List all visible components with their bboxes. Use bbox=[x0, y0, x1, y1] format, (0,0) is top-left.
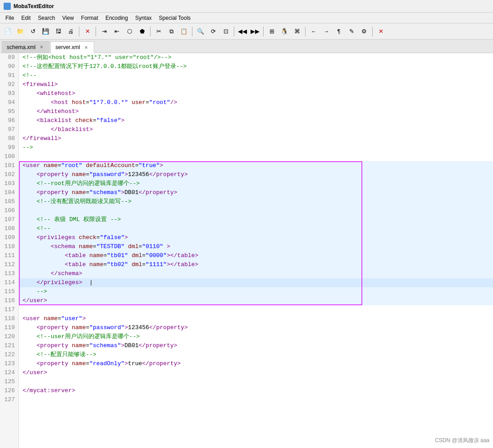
code-line[interactable]: <property name="schemas">DB01</property> bbox=[19, 188, 493, 197]
tab-schema-xml[interactable]: schema.xml✕ bbox=[2, 41, 50, 53]
code-line[interactable]: <!--例如<host host="1*7.*" user="root"/>--… bbox=[19, 53, 493, 62]
code-line[interactable]: <privileges check="false"> bbox=[19, 233, 493, 242]
nav-left-btn[interactable]: ◀◀ bbox=[237, 26, 248, 37]
menu-item-encoding[interactable]: Encoding bbox=[102, 14, 132, 22]
code-line[interactable] bbox=[19, 395, 493, 404]
code-line[interactable]: <!-- bbox=[19, 71, 493, 80]
code-line[interactable]: <user name="root" defaultAccount="true"> bbox=[19, 161, 493, 170]
toolbar-separator bbox=[79, 27, 79, 36]
code-line[interactable]: <host host="1*7.0.0.*" user="root"/> bbox=[19, 98, 493, 107]
cut-btn[interactable]: ✂ bbox=[153, 26, 164, 37]
save-btn[interactable]: 💾 bbox=[40, 26, 51, 37]
tab-label: schema.xml bbox=[7, 44, 36, 50]
line-number: 119 bbox=[0, 323, 18, 332]
close-file-btn[interactable]: ✕ bbox=[82, 26, 93, 37]
line-number: 89 bbox=[0, 53, 18, 62]
code-line[interactable]: <table name="tb01" dml="0000"></table> bbox=[19, 251, 493, 260]
code-line[interactable]: </blacklist> bbox=[19, 125, 493, 134]
line-number: 116 bbox=[0, 296, 18, 305]
copy-btn[interactable]: ⧉ bbox=[165, 26, 177, 37]
line-number: 94 bbox=[0, 98, 18, 107]
menu-item-file[interactable]: File bbox=[2, 14, 18, 22]
code-line[interactable]: --> bbox=[19, 287, 493, 296]
find-all-btn[interactable]: ⊡ bbox=[220, 26, 232, 37]
save-all-btn[interactable]: 🖫 bbox=[52, 26, 64, 37]
highlight-btn[interactable]: ✎ bbox=[346, 26, 357, 37]
code-line[interactable]: <!--user用户访问的逻辑库是哪个--> bbox=[19, 332, 493, 341]
settings-btn[interactable]: ⚙ bbox=[358, 26, 370, 37]
code-line[interactable]: <property name="password">123456</proper… bbox=[19, 170, 493, 179]
line-number: 123 bbox=[0, 359, 18, 368]
new-file-btn[interactable]: 📄 bbox=[2, 26, 14, 37]
line-number: 127 bbox=[0, 395, 18, 404]
code-line[interactable]: </user> bbox=[19, 296, 493, 305]
code-line[interactable]: <property name="password">123456</proper… bbox=[19, 323, 493, 332]
toolbar: 📄📁↺💾🖫🖨✕⇥⇤⬡⬟✂⧉📋🔍⟳⊡◀◀▶▶⊞🐧⌘←→¶✎⚙✕ bbox=[0, 23, 493, 40]
code-line[interactable]: <!--这些配置情况下对于127.0.0.1都能以root账户登录--> bbox=[19, 62, 493, 71]
tab-server-xml[interactable]: server.xml✕ bbox=[50, 41, 94, 53]
code-line[interactable]: <!--root用户访问的逻辑库是哪个--> bbox=[19, 179, 493, 188]
code-line[interactable]: --> bbox=[19, 143, 493, 152]
line-number: 104 bbox=[0, 188, 18, 197]
toolbar-separator bbox=[150, 27, 151, 36]
forward-btn[interactable]: → bbox=[320, 26, 332, 37]
menu-item-search[interactable]: Search bbox=[34, 14, 59, 22]
code-line[interactable]: <blacklist check="false"> bbox=[19, 116, 493, 125]
tab-bar: schema.xml✕server.xml✕ bbox=[0, 40, 493, 53]
code-line[interactable]: </whitehost> bbox=[19, 107, 493, 116]
find-btn[interactable]: 🔍 bbox=[195, 26, 206, 37]
unindent-btn[interactable]: ⇤ bbox=[111, 26, 123, 37]
code-line[interactable]: </privileges> | bbox=[19, 278, 493, 287]
code-line[interactable] bbox=[19, 152, 493, 161]
bookmark-btn[interactable]: ⬡ bbox=[123, 26, 135, 37]
code-line[interactable] bbox=[19, 206, 493, 215]
code-line[interactable]: <!--没有配置说明既能读又能写--> bbox=[19, 197, 493, 206]
open-btn[interactable]: 📁 bbox=[14, 26, 26, 37]
code-area[interactable]: <!--例如<host host="1*7.*" user="root"/>--… bbox=[19, 53, 493, 404]
code-line[interactable]: <firewall> bbox=[19, 80, 493, 89]
line-number: 98 bbox=[0, 134, 18, 143]
code-line[interactable]: <table name="tb02" dml="1111"></table> bbox=[19, 260, 493, 269]
code-line[interactable]: </user> bbox=[19, 368, 493, 377]
menu-item-format[interactable]: Format bbox=[78, 14, 102, 22]
windows-btn[interactable]: ⊞ bbox=[266, 26, 278, 37]
code-line[interactable]: <!--配置只能够读--> bbox=[19, 350, 493, 359]
pilcrow-btn[interactable]: ¶ bbox=[333, 26, 345, 37]
code-line[interactable]: <whitehost> bbox=[19, 89, 493, 98]
indent-btn[interactable]: ⇥ bbox=[98, 26, 110, 37]
code-line[interactable]: <property name="schemas">DB01</property> bbox=[19, 341, 493, 350]
bookmark2-btn[interactable]: ⬟ bbox=[136, 26, 148, 37]
back-btn[interactable]: ← bbox=[308, 26, 320, 37]
code-line[interactable]: </firewall> bbox=[19, 134, 493, 143]
code-line[interactable]: </mycat:server> bbox=[19, 386, 493, 395]
toolbar-separator bbox=[192, 27, 192, 36]
tab-label: server.xml bbox=[55, 44, 80, 50]
tab-close-btn[interactable]: ✕ bbox=[83, 44, 89, 50]
code-line[interactable]: <schema name="TESTDB" dml="0110" > bbox=[19, 242, 493, 251]
app-title: MobaTextEditor bbox=[14, 3, 54, 9]
code-line[interactable]: <property name="readOnly">true</property… bbox=[19, 359, 493, 368]
paste-btn[interactable]: 📋 bbox=[178, 26, 190, 37]
mac-btn[interactable]: ⌘ bbox=[291, 26, 303, 37]
find-next-btn[interactable]: ⟳ bbox=[207, 26, 219, 37]
menu-item-syntax[interactable]: Syntax bbox=[132, 14, 155, 22]
linux-btn[interactable]: 🐧 bbox=[278, 26, 290, 37]
line-number: 105 bbox=[0, 197, 18, 206]
code-line[interactable]: </schema> bbox=[19, 269, 493, 278]
code-wrapper[interactable]: <!--例如<host host="1*7.*" user="root"/>--… bbox=[19, 53, 493, 448]
code-line[interactable]: <!-- bbox=[19, 224, 493, 233]
tab-close-btn[interactable]: ✕ bbox=[38, 44, 45, 50]
code-line[interactable]: <!-- 表级 DML 权限设置 --> bbox=[19, 215, 493, 224]
reload-btn[interactable]: ↺ bbox=[27, 26, 39, 37]
nav-right-btn[interactable]: ▶▶ bbox=[249, 26, 261, 37]
toolbar-separator bbox=[234, 27, 234, 36]
menu-bar: FileEditSearchViewFormatEncodingSyntaxSp… bbox=[0, 13, 493, 23]
code-line[interactable]: <user name="user"> bbox=[19, 314, 493, 323]
menu-item-special-tools[interactable]: Special Tools bbox=[155, 14, 195, 22]
code-line[interactable] bbox=[19, 305, 493, 314]
menu-item-edit[interactable]: Edit bbox=[18, 14, 34, 22]
code-line[interactable] bbox=[19, 377, 493, 386]
close2-btn[interactable]: ✕ bbox=[375, 26, 387, 37]
print-btn[interactable]: 🖨 bbox=[65, 26, 77, 37]
menu-item-view[interactable]: View bbox=[59, 14, 78, 22]
